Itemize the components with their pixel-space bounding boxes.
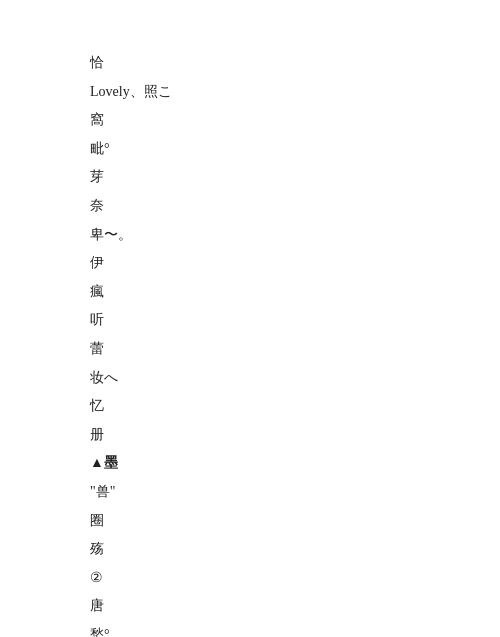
line-21: 愁° [90,622,500,637]
main-content: 恰Lovely、照こ窩毗°芽奈卑〜。伊瘋听蕾妆へ忆册▲墨"兽"圈殇②唐愁°柠 [0,0,500,637]
line-12: 妆へ [90,365,500,392]
line-14: 册 [90,422,500,449]
line-13: 忆 [90,393,500,420]
line-3: 窩 [90,107,500,134]
line-20: 唐 [90,593,500,620]
line-10: 听 [90,307,500,334]
line-4: 毗° [90,136,500,163]
line-18: 殇 [90,536,500,563]
line-2: Lovely、照こ [90,79,500,106]
line-11: 蕾 [90,336,500,363]
line-15: ▲墨 [90,450,500,477]
line-6: 奈 [90,193,500,220]
line-8: 伊 [90,250,500,277]
line-1: 恰 [90,50,500,77]
line-16: "兽" [90,479,500,506]
line-17: 圈 [90,508,500,535]
line-19: ② [90,565,500,592]
line-5: 芽 [90,164,500,191]
line-9: 瘋 [90,279,500,306]
line-7: 卑〜。 [90,222,500,249]
